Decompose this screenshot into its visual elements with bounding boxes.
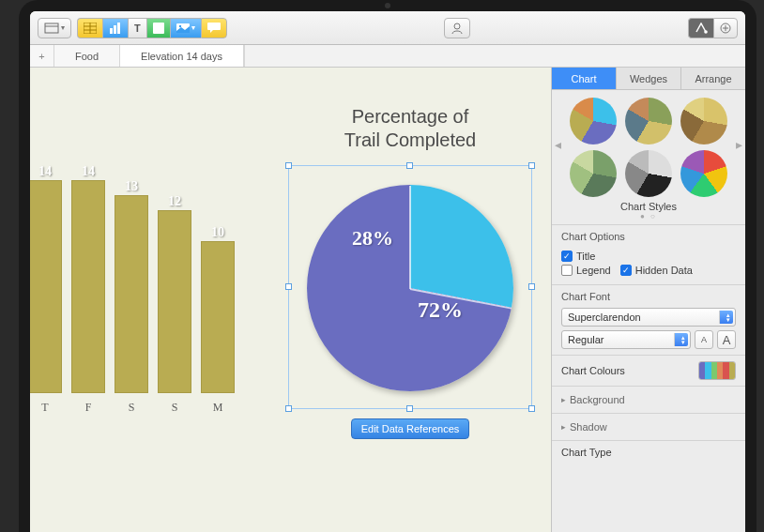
slice-divider — [409, 186, 411, 289]
view-icon — [44, 23, 59, 34]
laptop-frame: ▾ T ▾ — [19, 0, 756, 532]
section-heading: Chart Options — [561, 231, 736, 242]
chart-styles-grid — [552, 90, 745, 199]
shape-button[interactable] — [146, 18, 170, 38]
bar-value-label: 10 — [211, 225, 224, 240]
bar-category-label: S — [129, 401, 135, 415]
comment-icon — [207, 23, 221, 33]
selection-box[interactable]: 28% 72% — [288, 165, 532, 409]
shape-icon — [153, 23, 164, 34]
title-checkbox[interactable] — [561, 251, 573, 262]
table-icon — [84, 23, 97, 34]
select-value: Regular — [568, 334, 604, 345]
chart-font-section: Chart Font Superclarendon ▴▾ Regular ▴▾ … — [552, 284, 745, 355]
chart-colours-button[interactable] — [698, 361, 736, 380]
background-disclosure[interactable]: Background — [552, 386, 745, 413]
svg-rect-0 — [45, 23, 58, 33]
slice-label: 28% — [352, 226, 393, 251]
resize-handle[interactable] — [285, 162, 292, 169]
font-size-decrease-button[interactable]: A — [695, 330, 713, 349]
format-button[interactable] — [688, 18, 713, 38]
bar[interactable]: 10M — [201, 241, 235, 416]
shadow-disclosure[interactable]: Shadow — [552, 413, 745, 440]
legend-checkbox[interactable] — [561, 265, 573, 276]
resize-handle[interactable] — [406, 405, 413, 412]
sheet-tab-food[interactable]: Food — [54, 45, 120, 67]
collaborate-icon — [451, 23, 464, 34]
section-heading: Chart Type — [561, 447, 612, 458]
edit-data-references-button[interactable]: Edit Data References — [351, 418, 470, 439]
resize-handle[interactable] — [528, 162, 535, 169]
bar-category-label: T — [41, 401, 48, 415]
organize-button[interactable] — [713, 18, 738, 38]
svg-rect-9 — [153, 23, 164, 34]
chart-button[interactable] — [102, 18, 128, 38]
svg-rect-8 — [117, 23, 120, 34]
checkbox-label: Legend — [576, 265, 611, 276]
table-button[interactable] — [77, 18, 102, 38]
bar-value-label: 13 — [125, 179, 138, 194]
svg-rect-12 — [207, 23, 221, 30]
tab-arrange[interactable]: Arrange — [681, 68, 745, 90]
pie-chart[interactable]: 28% 72% — [307, 185, 513, 391]
resize-handle[interactable] — [285, 283, 292, 290]
text-button[interactable]: T — [128, 18, 146, 38]
section-heading: Chart Colours — [561, 365, 625, 376]
resize-handle[interactable] — [285, 405, 292, 412]
bar-value-label: 12 — [168, 194, 181, 209]
resize-handle[interactable] — [528, 405, 535, 412]
collaborate-button[interactable] — [444, 18, 470, 38]
page-dots: ● ○ — [552, 212, 745, 224]
app-window: ▾ T ▾ — [30, 11, 745, 532]
pie-chart-group: Percentage of Trail Completed — [269, 105, 551, 439]
tab-chart[interactable]: Chart — [552, 68, 617, 90]
chart-style-thumb[interactable] — [570, 150, 617, 197]
chart-style-thumb[interactable] — [570, 98, 617, 144]
chart-style-thumb[interactable] — [625, 150, 672, 197]
chart-style-thumb[interactable] — [680, 150, 727, 197]
resize-handle[interactable] — [406, 162, 413, 169]
chart-styles-label: Chart Styles — [552, 199, 745, 212]
bar[interactable]: 13S — [115, 195, 148, 415]
media-button[interactable]: ▾ — [170, 18, 201, 38]
sheet-tab-label: Food — [75, 51, 99, 62]
dropdown-chevron-icon: ▾ — [61, 23, 65, 32]
bar[interactable]: 12S — [158, 210, 191, 415]
sheet-tabs: + Food Elevation 14 days — [30, 45, 745, 68]
hidden-data-checkbox[interactable] — [620, 265, 632, 276]
svg-rect-6 — [110, 28, 113, 34]
resize-handle[interactable] — [528, 283, 535, 290]
bar-category-label: F — [85, 401, 92, 415]
select-value: Superclarendon — [568, 312, 641, 323]
svg-point-14 — [704, 30, 708, 34]
font-size-increase-button[interactable]: A — [717, 330, 736, 349]
inspector: Chart Wedges Arrange ◂ ▸ — [551, 68, 745, 532]
slice-label: 72% — [418, 297, 463, 323]
add-sheet-button[interactable]: + — [30, 45, 54, 67]
organize-icon — [720, 23, 731, 34]
font-family-select[interactable]: Superclarendon ▴▾ — [561, 308, 736, 327]
checkbox-label: Title — [576, 251, 595, 262]
font-style-select[interactable]: Regular ▴▾ — [561, 330, 691, 349]
chart-style-thumb[interactable] — [625, 98, 672, 144]
media-icon — [176, 23, 190, 33]
text-icon: T — [134, 23, 141, 34]
bar[interactable]: 14T — [30, 180, 62, 416]
format-icon — [695, 23, 708, 34]
view-menu-button[interactable]: ▾ — [38, 18, 71, 38]
tab-wedges[interactable]: Wedges — [617, 68, 681, 90]
chart-style-thumb[interactable] — [680, 98, 727, 144]
bar-chart[interactable]: 14T14F13S12S10M — [30, 152, 244, 471]
bar-value-label: 14 — [82, 164, 95, 179]
bar[interactable]: 14F — [71, 180, 105, 416]
canvas[interactable]: 14T14F13S12S10M Percentage of Trail Comp… — [30, 68, 551, 532]
insert-group: T ▾ — [77, 18, 227, 38]
format-group — [688, 18, 738, 38]
comment-button[interactable] — [201, 18, 227, 38]
chart-type-row: Chart Type — [552, 440, 745, 464]
main-area: 14T14F13S12S10M Percentage of Trail Comp… — [30, 68, 745, 532]
sheet-tab-elevation[interactable]: Elevation 14 days — [120, 45, 244, 67]
chart-icon — [109, 23, 122, 34]
checkbox-label: Hidden Data — [635, 265, 693, 276]
dropdown-chevron-icon: ▾ — [191, 23, 195, 32]
